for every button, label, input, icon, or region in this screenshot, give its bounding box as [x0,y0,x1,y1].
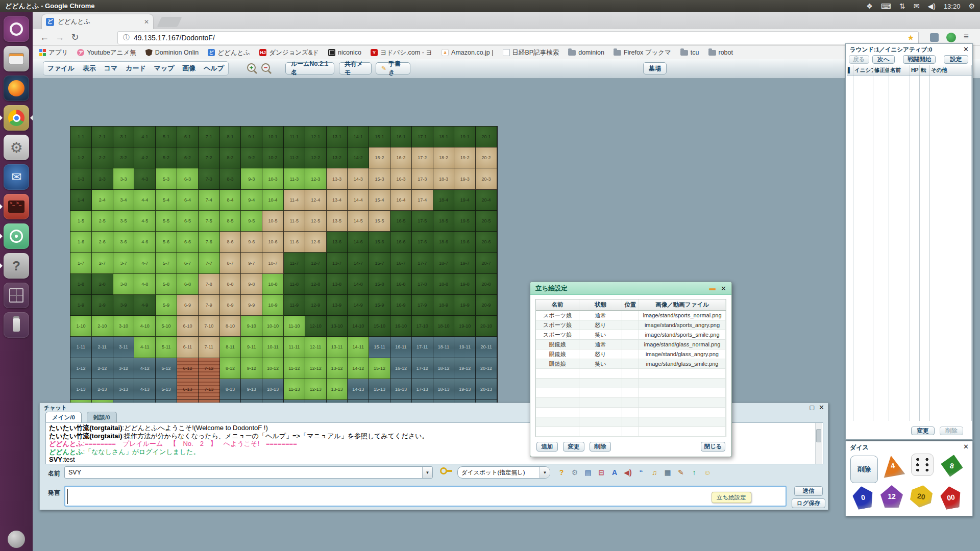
chat-scrollbar[interactable] [815,423,822,464]
launcher-item-sphere[interactable] [4,527,29,551]
map-cell[interactable]: 6-13 [177,379,199,400]
map-cell[interactable]: 14-9 [348,295,369,316]
map-cell[interactable]: 14-8 [348,274,369,295]
map-cell[interactable]: 11-9 [284,295,305,316]
launcher-item-help[interactable]: ? [4,253,29,279]
map-cell[interactable]: 5-3 [156,168,177,189]
map-cell[interactable]: 19-12 [454,358,476,379]
map-cell[interactable]: 17-9 [412,295,433,316]
map-cell[interactable]: 12-2 [305,147,327,168]
map-cell[interactable]: 6-1 [177,127,199,147]
init-change-button[interactable]: 変更 [911,427,935,435]
stand-table-row[interactable] [536,417,726,427]
map-cell[interactable]: 8-13 [220,379,241,400]
map-cell[interactable]: 1-5 [70,211,92,232]
bookmark-item[interactable]: aAmazon.co.jp | [442,49,493,56]
map-cell[interactable]: 12-13 [305,379,327,400]
save-log-button[interactable]: ログ保存 [792,498,825,508]
map-cell[interactable]: 4-10 [134,316,156,337]
map-cell[interactable]: 2-7 [92,253,113,273]
map-cell[interactable]: 2-9 [92,295,113,316]
map-cell[interactable]: 6-11 [177,337,199,358]
initiative-close-icon[interactable]: ✕ [963,45,969,53]
stand-table-row[interactable]: 眼鏡娘怒りimage/stand/glass_angry.png [536,349,726,359]
map-cell[interactable]: 13-3 [327,168,348,189]
bookmark-item[interactable]: dominion [568,49,604,56]
map-cell[interactable]: 4-2 [134,147,156,168]
map-cell[interactable]: 13-12 [327,358,348,379]
map-cell[interactable]: 16-13 [390,379,412,400]
map-cell[interactable]: 12-1 [305,127,327,147]
bookmark-star-icon[interactable]: ★ [908,33,914,42]
map-cell[interactable]: 12-3 [305,168,327,189]
map-cell[interactable]: 13-9 [327,295,348,316]
map-cell[interactable]: 20-5 [476,211,497,232]
map-cell[interactable]: 8-4 [220,190,241,211]
map-cell[interactable]: 18-7 [433,253,455,273]
stand-table-row[interactable]: 眼鏡娘通常image/stand/glass_normal.png [536,340,726,349]
map-cell[interactable]: 10-13 [262,379,284,400]
map-cell[interactable]: 13-1 [327,127,348,147]
map-cell[interactable]: 5-10 [156,316,177,337]
map-cell[interactable]: 11-11 [284,337,305,358]
map-cell[interactable]: 5-1 [156,127,177,147]
map-cell[interactable]: 11-6 [284,232,305,253]
map-cell[interactable]: 19-13 [454,379,476,400]
map-cell[interactable]: 15-11 [369,337,390,358]
chat-minimize-icon[interactable]: ▢ [810,404,815,411]
init-delete-button[interactable]: 削除 [940,427,963,435]
launcher-item-firefox[interactable] [4,76,29,101]
map-cell[interactable]: 7-4 [199,190,220,211]
map-cell[interactable]: 19-1 [454,127,476,147]
map-cell[interactable]: 4-1 [134,127,156,147]
map-cell[interactable]: 11-12 [284,358,305,379]
map-cell[interactable]: 7-8 [199,274,220,295]
map-cell[interactable]: 13-13 [327,379,348,400]
map-cell[interactable]: 8-3 [220,168,241,189]
key-icon[interactable] [440,467,447,474]
map-cell[interactable]: 3-8 [113,274,135,295]
shared-memo-button[interactable]: 共有メモ [339,62,372,74]
map-cell[interactable]: 15-4 [369,190,390,211]
dialog-minimize-icon[interactable]: ▬ [709,285,716,292]
map-cell[interactable]: 2-6 [92,232,113,253]
stand-table-row[interactable]: スポーツ娘怒りimage/stand/sports_angry.png [536,320,726,330]
map-cell[interactable]: 10-7 [262,253,284,273]
menu-ヘルプ[interactable]: ヘルプ [204,64,224,73]
map-cell[interactable]: 11-1 [284,127,305,147]
map-cell[interactable]: 16-11 [390,337,412,358]
map-cell[interactable]: 2-11 [92,337,113,358]
stand-delete-button[interactable]: 削除 [590,442,611,452]
movie-icon[interactable]: ▦ [663,468,673,477]
map-cell[interactable]: 7-10 [199,316,220,337]
map-cell[interactable]: 1-12 [70,358,92,379]
map-cell[interactable]: 9-8 [241,274,262,295]
map-cell[interactable]: 17-1 [412,127,433,147]
map-cell[interactable]: 20-3 [476,168,497,189]
map-cell[interactable]: 10-9 [262,295,284,316]
name-combobox[interactable]: SVY ▼ [64,466,433,479]
map-cell[interactable]: 10-5 [262,211,284,232]
map-cell[interactable]: 8-2 [220,147,241,168]
init-battle-start-button[interactable]: 戦闘開始 [903,55,936,64]
map-cell[interactable]: 18-4 [433,190,455,211]
stand-change-button[interactable]: 変更 [563,442,584,452]
address-bar[interactable]: ⓘ 49.135.17.167/DodontoF/ ★ [117,31,919,44]
launcher-item-terminal[interactable]: >_ >_ [4,194,29,219]
map-cell[interactable]: 16-9 [390,295,412,316]
map-cell[interactable]: 2-10 [92,316,113,337]
map-cell[interactable]: 16-12 [390,358,412,379]
chat-close-icon[interactable]: ✕ [819,404,824,411]
map-cell[interactable]: 15-13 [369,379,390,400]
map-cell[interactable]: 8-6 [220,232,241,253]
tab-close-icon[interactable]: ✕ [144,18,149,26]
sync-icon[interactable]: ❖ [866,2,873,10]
map-cell[interactable]: 3-3 [113,168,135,189]
map-cell[interactable]: 14-3 [348,168,369,189]
dice-delete-button[interactable]: 削除 [850,456,878,483]
map-cell[interactable]: 13-5 [327,211,348,232]
bookmark-item[interactable]: robot [708,49,733,56]
map-cell[interactable]: 3-4 [113,190,135,211]
menu-表示[interactable]: 表示 [83,64,96,73]
map-cell[interactable]: 16-10 [390,316,412,337]
